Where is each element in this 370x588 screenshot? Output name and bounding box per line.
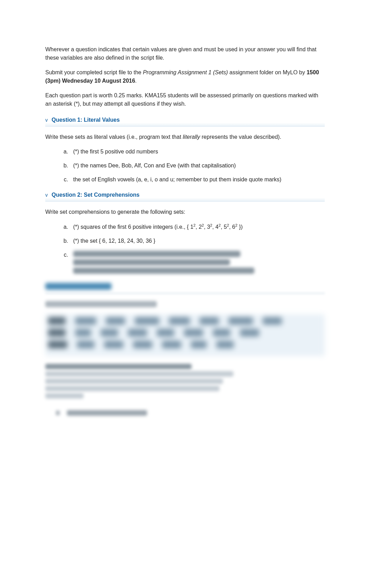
- list-item: (*) squares of the first 6 positive inte…: [70, 223, 325, 231]
- list-item: the set of English vowels (a, e, i, o an…: [70, 175, 325, 184]
- question-1-intro: Write these sets as literal values (i.e.…: [45, 133, 325, 141]
- list-item: (*) the first 5 positive odd numbers: [70, 148, 325, 156]
- question-2-header[interactable]: vQuestion 2: Set Comprehensions: [45, 189, 325, 202]
- list-item: (*) the names Dee, Bob, Alf, Con and Eve…: [70, 161, 325, 170]
- intro-paragraph-3: Each question part is worth 0.25 marks. …: [45, 91, 325, 108]
- question-2-intro: Write set comprehensions to generate the…: [45, 208, 325, 216]
- caret-down-icon: v: [45, 191, 50, 199]
- caret-down-icon: v: [45, 116, 50, 124]
- intro-paragraph-1: Wherever a question indicates that certa…: [45, 45, 325, 62]
- question-2-list: (*) squares of the first 6 positive inte…: [45, 223, 325, 274]
- list-item-blurred: [70, 251, 325, 274]
- list-item: (*) the set { 6, 12, 18, 24, 30, 36 }: [70, 237, 325, 245]
- blurred-content: [45, 283, 325, 417]
- question-1-list: (*) the first 5 positive odd numbers (*)…: [45, 148, 325, 184]
- question-1-header[interactable]: vQuestion 1: Literal Values: [45, 114, 325, 127]
- intro-paragraph-2: Submit your completed script file to the…: [45, 68, 325, 85]
